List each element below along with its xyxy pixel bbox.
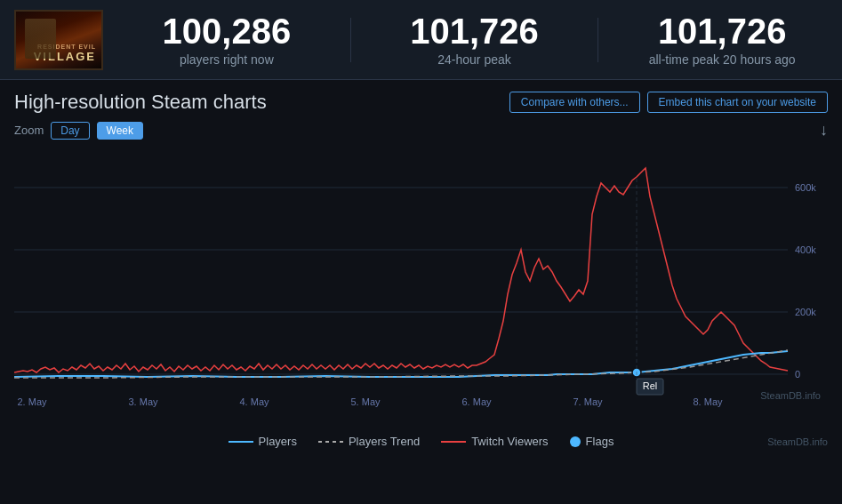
- legend-twitch-label: Twitch Viewers: [471, 435, 548, 448]
- steamdb-label: SteamDB.info: [767, 436, 828, 447]
- chart-area: 600k 400k 200k 0 2. May 3. May 4. May 5.…: [14, 143, 828, 428]
- legend-flags: Flags: [570, 435, 614, 448]
- flags-dot-icon: [570, 436, 581, 447]
- players-now-number: 100,286: [163, 13, 292, 49]
- svg-text:5. May: 5. May: [350, 396, 381, 407]
- legend-players: Players: [229, 435, 297, 448]
- chart-svg: 600k 400k 200k 0 2. May 3. May 4. May 5.…: [14, 143, 828, 428]
- svg-text:6. May: 6. May: [461, 396, 492, 407]
- download-button[interactable]: ↓: [820, 121, 828, 140]
- zoom-day-button[interactable]: Day: [51, 122, 89, 140]
- twitch-line-icon: [441, 441, 466, 443]
- svg-text:2. May: 2. May: [17, 396, 47, 407]
- 24h-peak-label: 24-hour peak: [437, 52, 511, 67]
- svg-text:200k: 200k: [795, 307, 816, 317]
- svg-text:0: 0: [795, 369, 800, 380]
- compare-button[interactable]: Compare with others...: [509, 92, 640, 113]
- zoom-label: Zoom: [14, 124, 44, 137]
- stat-divider-2: [597, 18, 598, 62]
- svg-text:600k: 600k: [795, 182, 816, 193]
- chart-title: High-resolution Steam charts: [14, 91, 267, 114]
- players-trend-line-icon: [318, 441, 343, 443]
- chart-section: High-resolution Steam charts Compare wit…: [0, 80, 842, 428]
- zoom-controls: Zoom Day Week: [14, 122, 143, 140]
- svg-text:Rel: Rel: [643, 380, 658, 391]
- alltime-peak-number: 101,726: [658, 13, 787, 49]
- players-now-label: players right now: [180, 52, 274, 67]
- embed-button[interactable]: Embed this chart on your website: [647, 92, 828, 113]
- players-line-icon: [229, 441, 253, 443]
- chart-controls: Zoom Day Week ↓: [14, 121, 828, 140]
- legend-players-trend: Players Trend: [318, 435, 420, 448]
- zoom-week-button[interactable]: Week: [97, 122, 143, 140]
- stat-divider-1: [350, 18, 351, 62]
- svg-text:7. May: 7. May: [573, 396, 603, 407]
- svg-text:4. May: 4. May: [239, 396, 269, 407]
- 24h-peak-number: 101,726: [410, 13, 539, 49]
- legend-flags-label: Flags: [586, 435, 614, 448]
- svg-rect-0: [14, 143, 828, 428]
- legend-twitch: Twitch Viewers: [441, 435, 548, 448]
- svg-text:400k: 400k: [795, 244, 816, 255]
- svg-text:8. May: 8. May: [693, 396, 723, 407]
- steamdb-attribution: SteamDB.info: [760, 390, 821, 401]
- alltime-peak-label: all-time peak 20 hours ago: [649, 52, 796, 67]
- steamdb-footer: SteamDB.info: [767, 435, 828, 448]
- stat-alltime-peak: 101,726 all-time peak 20 hours ago: [616, 13, 828, 67]
- legend-players-label: Players: [259, 435, 297, 448]
- chart-legend: Players Players Trend Twitch Viewers Fla…: [0, 428, 842, 452]
- legend-players-trend-label: Players Trend: [349, 435, 420, 448]
- stat-players-now: 100,286 players right now: [121, 13, 333, 67]
- header-section: RESIDENT EVIL VILLAGE 100,286 players ri…: [0, 0, 842, 80]
- stat-24h-peak: 101,726 24-hour peak: [369, 13, 581, 67]
- chart-controls-right: Compare with others... Embed this chart …: [509, 92, 828, 113]
- game-thumbnail[interactable]: RESIDENT EVIL VILLAGE: [14, 10, 103, 70]
- svg-text:3. May: 3. May: [128, 396, 158, 407]
